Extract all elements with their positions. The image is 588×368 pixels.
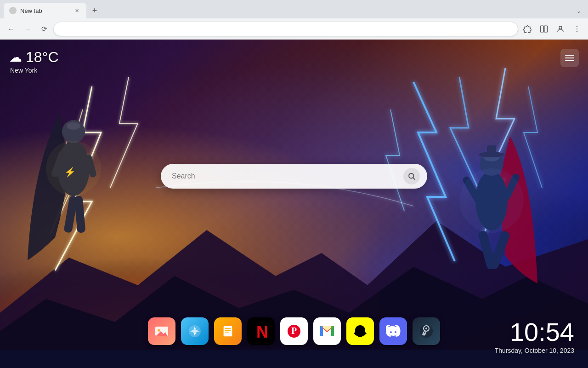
extensions-button[interactable]: [520, 22, 535, 36]
svg-rect-0: [541, 26, 544, 32]
svg-rect-38: [225, 328, 231, 329]
tab-favicon: [9, 7, 17, 14]
svg-point-3: [577, 26, 577, 27]
svg-rect-39: [225, 330, 231, 331]
reload-button[interactable]: ⟳: [37, 22, 51, 36]
snapchat-icon: [352, 323, 368, 339]
browser-toolbar: ← → ⟳: [0, 18, 588, 40]
svg-point-49: [425, 328, 427, 329]
svg-point-30: [409, 173, 414, 178]
hamburger-line-2: [565, 58, 574, 58]
steam-icon: [419, 324, 434, 339]
weather-widget: ☁ 18°C New York: [9, 49, 59, 74]
svg-point-2: [559, 26, 562, 29]
tab-search-button[interactable]: ⌄: [573, 6, 584, 17]
svg-point-33: [158, 329, 160, 332]
forward-button[interactable]: →: [20, 22, 35, 36]
svg-line-31: [413, 178, 415, 179]
steam-app-icon[interactable]: [413, 317, 440, 345]
search-container: [161, 164, 427, 189]
clock-widget: 10:54 Thursday, October 10, 2023: [495, 319, 574, 354]
weather-icon: ☁: [9, 50, 22, 65]
weather-temperature: 18°C: [26, 49, 59, 66]
photos-app-icon[interactable]: [148, 317, 175, 345]
search-input[interactable]: [172, 172, 400, 180]
newtab-content: ⚡ ☁ 1: [0, 40, 588, 368]
notepad-app-icon[interactable]: [214, 317, 242, 345]
hamburger-icon: [565, 55, 574, 61]
settings-menu-button[interactable]: [560, 49, 579, 67]
gmail-icon: [320, 325, 334, 337]
tab-close-button[interactable]: ✕: [73, 6, 81, 15]
svg-rect-1: [544, 26, 548, 32]
clock-date: Thursday, October 10, 2023: [495, 347, 574, 354]
netflix-app-icon[interactable]: N: [247, 317, 275, 345]
snapchat-app-icon[interactable]: [346, 317, 374, 345]
discord-icon: [386, 325, 401, 338]
profile-button[interactable]: [553, 22, 568, 36]
search-bar: [161, 164, 427, 189]
netflix-icon: N: [254, 323, 267, 339]
svg-text:P: P: [291, 326, 297, 336]
new-tab-button[interactable]: +: [88, 4, 101, 17]
chrome-menu-button[interactable]: [570, 22, 584, 36]
browser-frame: New tab ✕ + ⌄ ← → ⟳: [0, 0, 588, 368]
window-controls: ⌄: [573, 6, 584, 17]
svg-point-5: [577, 31, 577, 32]
back-button[interactable]: ←: [4, 22, 18, 36]
app-dock: N P: [148, 317, 440, 345]
svg-point-4: [577, 28, 577, 29]
svg-rect-40: [225, 332, 229, 333]
split-screen-button[interactable]: [537, 22, 551, 36]
address-bar[interactable]: [53, 22, 518, 36]
svg-rect-37: [224, 326, 232, 337]
notepad-icon: [221, 324, 235, 338]
gmail-app-icon[interactable]: [313, 317, 341, 345]
active-tab[interactable]: New tab ✕: [4, 3, 86, 18]
cleaner-icon: [187, 324, 202, 339]
search-submit-button[interactable]: [403, 168, 420, 184]
photos-icon: [154, 324, 169, 339]
hamburger-line-3: [565, 60, 574, 61]
pinterest-icon: P: [287, 324, 301, 339]
clock-time: 10:54: [495, 319, 574, 345]
svg-text:N: N: [256, 323, 267, 339]
cleaner-app-icon[interactable]: [181, 317, 209, 345]
discord-app-icon[interactable]: [379, 317, 407, 345]
weather-top: ☁ 18°C: [9, 49, 59, 66]
toolbar-right: [520, 22, 584, 36]
hamburger-line-1: [565, 55, 574, 56]
search-icon: [407, 172, 416, 180]
tab-title: New tab: [20, 7, 69, 14]
weather-city: New York: [10, 67, 59, 74]
pinterest-app-icon[interactable]: P: [280, 317, 308, 345]
tab-bar: New tab ✕ + ⌄: [0, 0, 588, 18]
